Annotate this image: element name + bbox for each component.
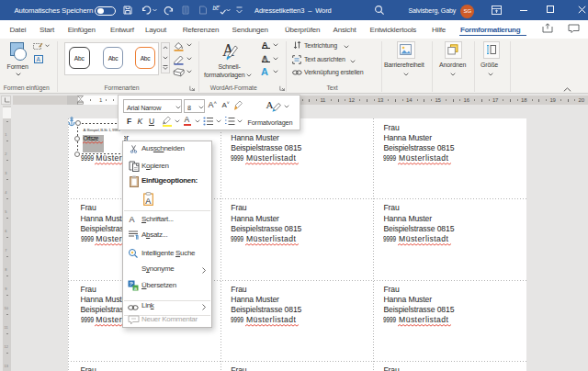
- svg-text:A: A: [145, 197, 151, 206]
